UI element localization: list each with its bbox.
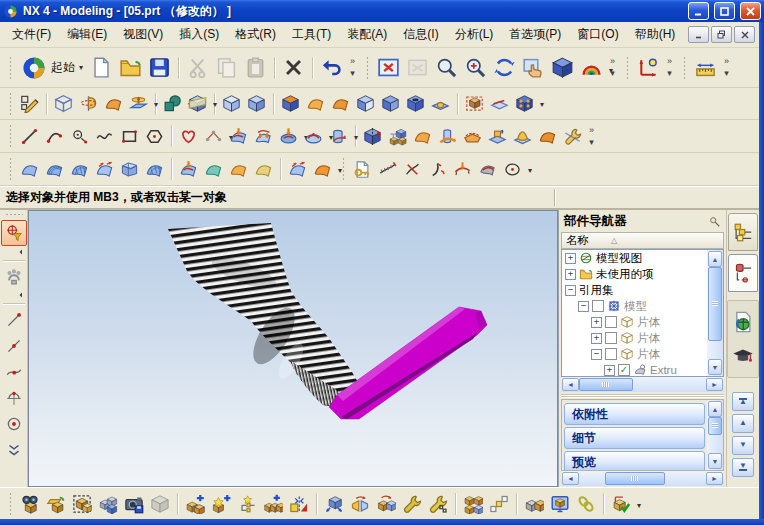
quadrant-point-icon[interactable] — [2, 386, 26, 410]
menu-item-4[interactable]: 插入(S) — [171, 23, 227, 46]
through-curves-icon[interactable] — [42, 157, 67, 182]
selection-filter-icon[interactable] — [1, 220, 27, 246]
sheet-flange-icon[interactable] — [535, 124, 560, 149]
pattern-feature-icon[interactable] — [385, 124, 410, 149]
snapshot-icon[interactable] — [121, 491, 147, 517]
tree-row[interactable]: +✓Extru — [562, 362, 707, 376]
toolbar-overflow-icon[interactable]: »▾ — [663, 57, 676, 78]
start-menu-button[interactable]: 起始 ▾ — [17, 54, 87, 82]
tree-expander[interactable]: + — [565, 269, 576, 280]
pad-icon[interactable] — [485, 124, 510, 149]
toolbar-grip[interactable] — [366, 56, 369, 80]
graphics-viewport[interactable] — [28, 210, 558, 487]
tree-row[interactable]: +片体 — [562, 330, 707, 346]
tree-expander[interactable]: + — [565, 253, 576, 264]
wireframe-display-icon[interactable] — [219, 91, 244, 116]
save-icon[interactable] — [145, 53, 174, 82]
add-existing-component-icon[interactable] — [260, 491, 286, 517]
scroll-left-arrow[interactable]: ◄ — [562, 472, 579, 485]
relations-icon[interactable] — [573, 491, 599, 517]
create-parent-icon[interactable] — [234, 491, 260, 517]
trimmed-sheet-icon[interactable] — [251, 157, 276, 182]
wrap-geometry-icon[interactable] — [435, 124, 460, 149]
tree-row[interactable]: +未使用的项 — [562, 266, 707, 282]
toolbar-grip[interactable] — [9, 124, 12, 148]
pin-icon[interactable] — [708, 215, 721, 228]
tree-checkbox[interactable] — [592, 300, 604, 312]
tree-column-header[interactable]: 名称 △ — [561, 232, 724, 249]
tree-checkbox[interactable] — [605, 316, 617, 328]
project-curve-icon[interactable] — [226, 124, 251, 149]
menu-item-9[interactable]: 分析(L) — [447, 23, 502, 46]
more-snaps-chevron-icon[interactable] — [2, 438, 26, 462]
product-outline-icon[interactable] — [95, 491, 121, 517]
wave-link-icon[interactable] — [521, 491, 547, 517]
section-analysis-icon[interactable] — [425, 157, 450, 182]
panel-splitter[interactable] — [561, 392, 724, 399]
thicken-icon[interactable] — [410, 124, 435, 149]
combined-projection-icon[interactable] — [251, 124, 276, 149]
center-point-icon[interactable] — [2, 412, 26, 436]
bend-icon[interactable] — [328, 91, 353, 116]
scroll-right-arrow[interactable]: ► — [706, 472, 723, 485]
scroll-thumb[interactable] — [579, 378, 633, 391]
menu-item-3[interactable]: 视图(V) — [115, 23, 171, 46]
tree-expander[interactable]: + — [591, 333, 602, 344]
studio-spline-icon[interactable] — [176, 124, 201, 149]
polygon-icon[interactable] — [142, 124, 167, 149]
ruled-surface-icon[interactable] — [17, 157, 42, 182]
toolbar-grip[interactable] — [5, 213, 23, 217]
shaded-display-icon[interactable] — [244, 91, 269, 116]
zebra-analysis-surface[interactable] — [168, 223, 363, 411]
bounded-plane-icon[interactable] — [142, 157, 167, 182]
scroll-left-arrow[interactable]: ◄ — [562, 378, 579, 391]
snap-point-icon[interactable] — [2, 265, 26, 289]
interpart-link-icon[interactable] — [547, 491, 573, 517]
scroll-to-top-button[interactable]: ▲ — [732, 392, 754, 411]
pan-view-icon[interactable] — [519, 53, 548, 82]
smart-constraint-icon[interactable] — [425, 491, 451, 517]
move-component-icon[interactable] — [321, 491, 347, 517]
trim-body-icon[interactable] — [460, 124, 485, 149]
scroll-thumb[interactable] — [605, 472, 665, 485]
menu-item-1[interactable]: 文件(F) — [4, 23, 59, 46]
menu-item-2[interactable]: 编辑(E) — [59, 23, 115, 46]
toolbar-grip[interactable] — [342, 157, 345, 181]
info-icon[interactable] — [350, 157, 375, 182]
new-component-icon[interactable] — [208, 491, 234, 517]
circle-icon[interactable] — [67, 124, 92, 149]
select-component-icon[interactable] — [69, 491, 95, 517]
assembly-check-icon[interactable]: ▾ — [608, 491, 634, 517]
rotate-view-icon[interactable] — [490, 53, 519, 82]
rendering-style-icon[interactable]: ▾ — [577, 53, 606, 82]
flange-surface-icon[interactable]: ▾ — [310, 157, 335, 182]
find-component-icon[interactable] — [17, 491, 43, 517]
flange-icon[interactable] — [303, 91, 328, 116]
roles-palette-icon[interactable] — [732, 345, 754, 367]
chamfer-icon[interactable] — [353, 91, 378, 116]
through-curve-mesh-icon[interactable] — [67, 157, 92, 182]
edge-blend-icon[interactable] — [378, 91, 403, 116]
extension-surface-icon[interactable] — [285, 157, 310, 182]
scroll-down-button[interactable]: ▼ — [732, 436, 754, 455]
mirror-assembly-icon[interactable] — [286, 491, 312, 517]
reposition-component-icon[interactable] — [373, 491, 399, 517]
delete-icon[interactable] — [279, 53, 308, 82]
tree-row[interactable]: −片体 — [562, 346, 707, 362]
section-bar-2[interactable]: 细节 — [564, 427, 705, 449]
sections-horizontal-scrollbar[interactable]: ◄ ► — [561, 471, 724, 486]
menu-item-5[interactable]: 格式(R) — [227, 23, 284, 46]
spline-icon[interactable] — [92, 124, 117, 149]
toolbar-grip[interactable] — [626, 56, 629, 80]
child-minimize-button[interactable] — [688, 26, 709, 43]
magenta-sheet-body[interactable] — [329, 307, 487, 419]
toolbar-overflow-icon[interactable]: »▾ — [585, 126, 598, 147]
toolbar-grip[interactable] — [683, 56, 686, 80]
tree-checkbox[interactable] — [605, 348, 617, 360]
open-file-icon[interactable] — [116, 53, 145, 82]
instance-feature-icon[interactable]: ▾ — [512, 91, 537, 116]
sections-vertical-scrollbar[interactable]: ▲ ▼ — [707, 400, 723, 470]
line-icon[interactable] — [17, 124, 42, 149]
menu-item-7[interactable]: 装配(A) — [339, 23, 395, 46]
law-extension-icon[interactable] — [201, 157, 226, 182]
